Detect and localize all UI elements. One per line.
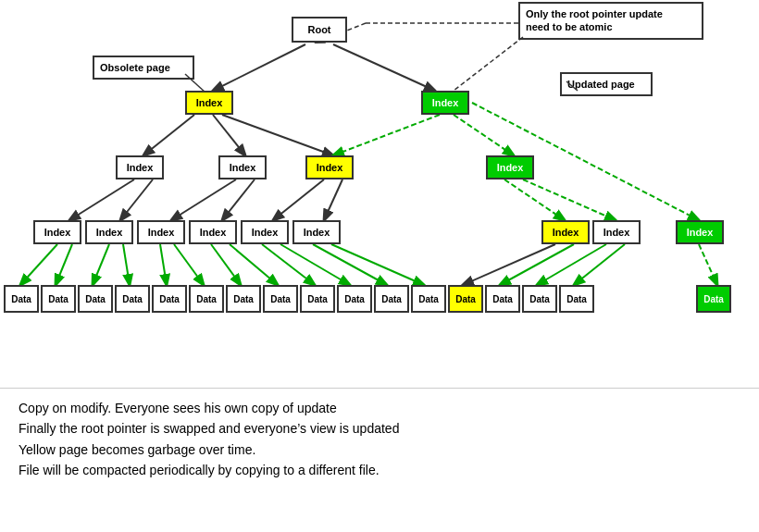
svg-line-4 — [222, 115, 333, 155]
index-l2-2: Index — [218, 155, 267, 179]
svg-line-8 — [120, 179, 153, 220]
svg-line-25 — [280, 244, 350, 285]
index-label: Index — [44, 227, 71, 238]
callout-atomic-text: Only the root pointer updateneed to be a… — [526, 8, 663, 32]
svg-line-19 — [123, 244, 130, 285]
data-10: Data — [337, 285, 372, 313]
index-label: Index — [96, 227, 123, 238]
svg-line-2 — [143, 115, 194, 155]
data-1: Data — [4, 285, 39, 313]
callout-updated-text: Updated page — [567, 79, 635, 90]
index-l3-5: Index — [241, 220, 289, 244]
data-8: Data — [263, 285, 298, 313]
index-label: Index — [432, 97, 459, 108]
data-13: Data — [485, 285, 520, 313]
svg-line-16 — [20, 244, 57, 285]
callout-obsolete-text: Obsolete page — [100, 62, 170, 73]
svg-line-9 — [171, 179, 236, 220]
desc-line1: Copy on modify. Everyone sees his own co… — [19, 398, 740, 418]
index-l3-yellow: Index — [541, 220, 590, 244]
data-5: Data — [152, 285, 187, 313]
svg-line-28 — [463, 244, 555, 285]
svg-line-18 — [93, 244, 109, 285]
callout-obsolete: Obsolete page — [93, 56, 194, 80]
svg-line-6 — [454, 115, 514, 155]
data-7: Data — [226, 285, 261, 313]
svg-line-29 — [500, 244, 574, 285]
index-label: Index — [497, 162, 524, 173]
svg-line-13 — [504, 179, 565, 220]
index-l3-8: Index — [592, 220, 641, 244]
svg-line-7 — [69, 179, 134, 220]
data-11: Data — [374, 285, 409, 313]
index-l3-3: Index — [137, 220, 185, 244]
svg-line-32 — [699, 244, 717, 285]
index-l1-yellow: Index — [185, 91, 233, 115]
index-label: Index — [127, 162, 154, 173]
svg-line-10 — [222, 179, 255, 220]
data-15: Data — [559, 285, 594, 313]
index-label: Index — [317, 162, 343, 173]
svg-line-30 — [537, 244, 606, 285]
desc-line2: Finally the root pointer is swapped and … — [19, 418, 740, 439]
index-l3-6: Index — [292, 220, 341, 244]
data-3: Data — [78, 285, 113, 313]
svg-line-3 — [213, 115, 245, 155]
data-6: Data — [189, 285, 224, 313]
data-yellow: Data — [448, 285, 483, 313]
svg-line-11 — [273, 179, 324, 220]
index-l1-green: Index — [421, 91, 469, 115]
svg-line-20 — [160, 244, 167, 285]
data-12: Data — [411, 285, 446, 313]
index-l2-yellow: Index — [305, 155, 354, 179]
description-area: Copy on modify. Everyone sees his own co… — [0, 389, 759, 490]
svg-line-24 — [262, 244, 315, 285]
index-label: Index — [304, 227, 330, 238]
index-l3-1: Index — [33, 220, 81, 244]
svg-line-26 — [313, 244, 387, 285]
desc-line4: File will be compacted periodically by c… — [19, 460, 740, 480]
index-l2-1: Index — [116, 155, 164, 179]
index-l3-2: Index — [85, 220, 133, 244]
index-label: Index — [687, 227, 714, 238]
svg-line-12 — [324, 179, 342, 220]
index-label: Index — [553, 227, 579, 238]
index-label: Index — [603, 227, 630, 238]
data-4: Data — [115, 285, 150, 313]
index-l3-green: Index — [676, 220, 724, 244]
index-label: Index — [200, 227, 227, 238]
index-label: Index — [230, 162, 256, 173]
index-label: Index — [148, 227, 175, 238]
svg-line-22 — [211, 244, 241, 285]
svg-line-27 — [331, 244, 424, 285]
index-l3-4: Index — [189, 220, 237, 244]
root-node: Root — [292, 17, 347, 43]
data-9: Data — [300, 285, 335, 313]
data-green: Data — [696, 285, 731, 313]
index-l2-green: Index — [486, 155, 534, 179]
diagram-area: Root Index Index Index Index Index Index… — [0, 0, 759, 389]
data-14: Data — [522, 285, 557, 313]
svg-line-31 — [574, 244, 625, 285]
index-label: Index — [252, 227, 279, 238]
root-label: Root — [307, 24, 330, 35]
data-2: Data — [41, 285, 76, 313]
svg-line-17 — [56, 244, 72, 285]
svg-line-1 — [333, 44, 435, 91]
desc-line3: Yellow page becomes garbage over time. — [19, 439, 740, 460]
index-label: Index — [196, 97, 223, 108]
svg-line-23 — [230, 244, 278, 285]
svg-line-5 — [333, 115, 440, 155]
svg-line-21 — [174, 244, 204, 285]
svg-line-14 — [523, 179, 616, 220]
callout-updated: Updated page — [560, 72, 653, 96]
svg-line-0 — [213, 44, 305, 91]
svg-line-33 — [454, 37, 523, 91]
callout-atomic: Only the root pointer updateneed to be a… — [518, 2, 703, 40]
